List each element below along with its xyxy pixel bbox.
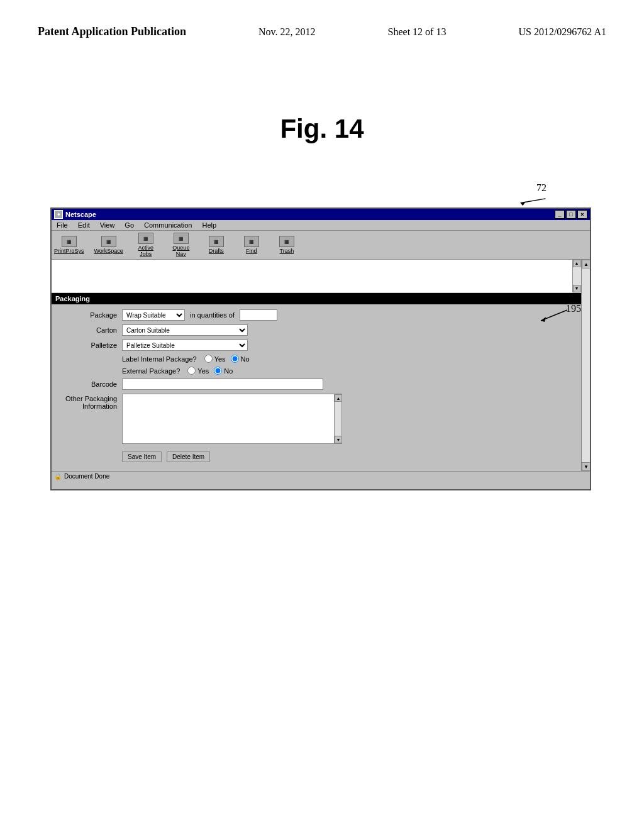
find-icon: ▦: [244, 236, 259, 247]
queuenav-label: Queue Nav: [172, 245, 189, 257]
palletize-control: Palletize Suitable: [122, 340, 248, 351]
package-quantity-input[interactable]: [240, 309, 277, 321]
label-internal-control: Label Internal Package? Yes No: [122, 355, 250, 363]
carton-row: Carton Carton Suitable: [59, 324, 574, 336]
menu-go[interactable]: Go: [122, 221, 136, 229]
other-packaging-textarea[interactable]: [123, 394, 335, 438]
menu-view[interactable]: View: [97, 221, 118, 229]
svg-marker-3: [541, 317, 546, 322]
external-control: External Package? Yes No: [122, 367, 233, 375]
activejobs-icon: ▦: [138, 233, 153, 244]
other-scroll-up[interactable]: ▲: [335, 394, 342, 402]
label-internal-row: Label Internal Package? Yes No: [59, 355, 574, 363]
title-bar-left: ✦ Netscape: [54, 210, 96, 219]
external-radio: Yes No: [187, 367, 233, 375]
svg-marker-1: [520, 200, 526, 206]
arrow-195: [536, 307, 574, 328]
label-internal-yes-radio[interactable]: [204, 355, 213, 363]
external-yes-radio[interactable]: [187, 367, 196, 375]
toolbar-drafts[interactable]: ▦ Drafts: [204, 236, 229, 254]
toolbar-find[interactable]: ▦ Find: [239, 236, 264, 254]
scroll-track-top: [573, 267, 581, 285]
figure-label: Fig. 14: [0, 114, 644, 144]
external-no[interactable]: No: [214, 367, 233, 375]
barcode-input[interactable]: [122, 379, 323, 390]
package-select[interactable]: Wrap Suitable: [122, 309, 185, 321]
menu-communication[interactable]: Communication: [142, 221, 194, 229]
minimize-button[interactable]: _: [555, 210, 565, 219]
scroll-track: [582, 268, 590, 462]
carton-select[interactable]: Carton Suitable: [122, 324, 248, 336]
other-scroll-down[interactable]: ▼: [335, 436, 342, 443]
workspace-icon: ▦: [101, 236, 116, 247]
menu-file[interactable]: File: [54, 221, 70, 229]
scroll-down-btn[interactable]: ▼: [573, 285, 580, 292]
action-buttons: Save Item Delete Item: [122, 451, 210, 462]
other-packaging-control: ▲ ▼: [122, 394, 342, 446]
external-no-radio[interactable]: [214, 367, 222, 375]
other-scroll-track: [335, 402, 341, 436]
label-internal-no[interactable]: No: [231, 355, 250, 363]
package-row: Package Wrap Suitable in quantities of: [59, 309, 574, 321]
external-yes-label: Yes: [197, 367, 209, 375]
toolbar-trash[interactable]: ▦ Trash: [274, 236, 299, 254]
printprosys-label: PrintProSys: [54, 248, 84, 254]
drafts-icon: ▦: [209, 236, 224, 247]
menu-edit[interactable]: Edit: [75, 221, 92, 229]
package-control: Wrap Suitable in quantities of: [122, 309, 277, 321]
other-packaging-row: Other Packaging Information ▲ ▼: [59, 394, 574, 446]
date-label: Nov. 22, 2012: [258, 26, 316, 38]
find-label: Find: [246, 248, 257, 254]
other-packaging-textarea-container: ▲ ▼: [122, 394, 342, 444]
scroll-up-btn[interactable]: ▲: [573, 260, 580, 267]
label-internal-radio: Yes No: [204, 355, 250, 363]
browser-window: ✦ Netscape _ □ × File Edit View Go Commu…: [50, 208, 591, 490]
label-internal-yes[interactable]: Yes: [204, 355, 226, 363]
main-content: ▲ ▼ Packaging Package Wrap Suitable: [52, 260, 581, 471]
form-content: Package Wrap Suitable in quantities of C…: [52, 304, 581, 471]
toolbar-queue-nav[interactable]: ▦ Queue Nav: [169, 233, 194, 257]
carton-label: Carton: [59, 326, 122, 334]
barcode-control: [122, 379, 323, 390]
save-button[interactable]: Save Item: [122, 451, 162, 462]
drafts-label: Drafts: [209, 248, 224, 254]
toolbar-workspace[interactable]: ▦ WorkSpace: [94, 236, 123, 254]
toolbar-active-jobs[interactable]: ▦ Active Jobs: [133, 233, 158, 257]
external-question: External Package?: [122, 367, 180, 375]
package-label: Package: [59, 311, 122, 319]
palletize-label: Palletize: [59, 341, 122, 349]
browser-content: ▲ ▼ Packaging Package Wrap Suitable: [52, 260, 590, 471]
yes-label: Yes: [214, 355, 226, 363]
window-title: Netscape: [65, 211, 96, 218]
palletize-select[interactable]: Palletize Suitable: [122, 340, 248, 351]
status-text: Document Done: [64, 473, 109, 480]
external-package-row: External Package? Yes No: [59, 367, 574, 375]
patent-number: US 2012/0296762 A1: [518, 26, 606, 38]
scroll-down-button[interactable]: ▼: [582, 462, 590, 471]
external-yes[interactable]: Yes: [187, 367, 209, 375]
delete-button[interactable]: Delete Item: [167, 451, 210, 462]
upper-scrollbar[interactable]: ▲ ▼: [572, 260, 581, 292]
menu-help[interactable]: Help: [199, 221, 219, 229]
activejobs-label: Active Jobs: [138, 245, 154, 257]
toolbar-printprosys[interactable]: ▦ PrintProSys: [54, 236, 84, 254]
app-icon: ✦: [54, 210, 63, 219]
upper-area: ▲ ▼: [52, 260, 581, 293]
maximize-button[interactable]: □: [566, 210, 576, 219]
window-controls[interactable]: _ □ ×: [555, 210, 587, 219]
other-packaging-scrollbar[interactable]: ▲ ▼: [334, 394, 341, 443]
title-bar: ✦ Netscape _ □ ×: [52, 209, 590, 220]
main-scrollbar[interactable]: ▲ ▼: [581, 260, 590, 471]
action-buttons-row: Save Item Delete Item: [59, 451, 574, 462]
no-label: No: [241, 355, 250, 363]
publication-label: Patent Application Publication: [38, 25, 186, 38]
scroll-up-button[interactable]: ▲: [582, 260, 590, 268]
external-no-label: No: [224, 367, 233, 375]
label-internal-question: Label Internal Package?: [122, 355, 197, 363]
queuenav-icon: ▦: [174, 233, 189, 244]
menu-bar: File Edit View Go Communication Help: [52, 220, 590, 231]
label-internal-no-radio[interactable]: [231, 355, 239, 363]
carton-control: Carton Suitable: [122, 324, 248, 336]
status-icon: 🔒: [54, 473, 62, 480]
close-button[interactable]: ×: [577, 210, 587, 219]
